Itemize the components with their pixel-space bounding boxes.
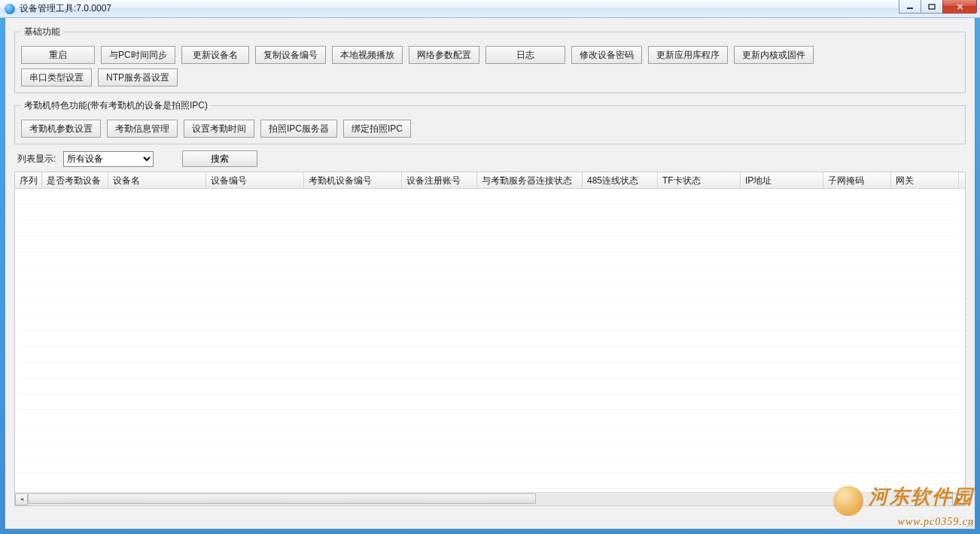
col-ip-address[interactable]: IP地址 bbox=[741, 172, 823, 188]
attendance-row: 考勤机参数设置 考勤信息管理 设置考勤时间 拍照IPC服务器 绑定拍照IPC bbox=[21, 120, 959, 138]
update-kernel-firmware-button[interactable]: 更新内核或固件 bbox=[734, 46, 814, 64]
col-tf-card-status[interactable]: TF卡状态 bbox=[658, 172, 741, 188]
titlebar: 设备管理工具:7.0.0007 bbox=[0, 0, 980, 18]
minimize-icon bbox=[906, 4, 914, 10]
close-button[interactable] bbox=[942, 0, 977, 14]
window-title: 设备管理工具:7.0.0007 bbox=[20, 2, 111, 15]
basic-row-2: 串口类型设置 NTP服务器设置 bbox=[21, 68, 959, 86]
device-filter-select[interactable]: 所有设备 bbox=[63, 151, 154, 167]
col-485-status[interactable]: 485连线状态 bbox=[583, 172, 658, 188]
sync-pc-time-button[interactable]: 与PC时间同步 bbox=[101, 46, 175, 64]
set-attendance-time-button[interactable]: 设置考勤时间 bbox=[184, 120, 254, 138]
restart-button[interactable]: 重启 bbox=[21, 46, 95, 64]
close-icon bbox=[956, 3, 964, 11]
scroll-thumb[interactable] bbox=[28, 493, 536, 504]
scroll-left-arrow[interactable]: ◂ bbox=[15, 493, 28, 505]
horizontal-scrollbar[interactable]: ◂ ▸ bbox=[15, 492, 965, 505]
basic-functions-legend: 基础功能 bbox=[21, 26, 63, 38]
basic-functions-group: 基础功能 重启 与PC时间同步 更新设备名 复制设备编号 本地视频播放 网络参数… bbox=[14, 26, 966, 93]
device-grid: 序列 是否考勤设备 设备名 设备编号 考勤机设备编号 设备注册账号 与考勤服务器… bbox=[14, 171, 966, 506]
attendance-params-button[interactable]: 考勤机参数设置 bbox=[21, 120, 101, 138]
copy-device-id-button[interactable]: 复制设备编号 bbox=[255, 46, 326, 64]
local-video-play-button[interactable]: 本地视频播放 bbox=[332, 46, 403, 64]
search-button[interactable]: 搜索 bbox=[182, 150, 257, 167]
window-controls bbox=[899, 0, 977, 14]
serial-type-button[interactable]: 串口类型设置 bbox=[21, 68, 92, 86]
svg-rect-0 bbox=[907, 8, 913, 9]
col-is-attendance[interactable]: 是否考勤设备 bbox=[42, 172, 108, 188]
col-gateway[interactable]: 网关 bbox=[891, 172, 959, 188]
update-device-name-button[interactable]: 更新设备名 bbox=[181, 46, 249, 64]
maximize-button[interactable] bbox=[921, 0, 943, 14]
col-sequence[interactable]: 序列 bbox=[15, 172, 42, 188]
filter-row: 列表显示: 所有设备 搜索 bbox=[17, 150, 966, 167]
change-password-button[interactable]: 修改设备密码 bbox=[571, 46, 642, 64]
attendance-info-manage-button[interactable]: 考勤信息管理 bbox=[107, 120, 178, 138]
resize-grip[interactable] bbox=[964, 518, 973, 527]
ntp-server-button[interactable]: NTP服务器设置 bbox=[98, 68, 178, 86]
update-app-lib-button[interactable]: 更新应用库程序 bbox=[648, 46, 728, 64]
col-attendance-device-id[interactable]: 考勤机设备编号 bbox=[304, 172, 402, 188]
col-device-id[interactable]: 设备编号 bbox=[206, 172, 304, 188]
minimize-button[interactable] bbox=[899, 0, 921, 14]
scroll-right-arrow[interactable]: ▸ bbox=[952, 493, 965, 505]
app-icon bbox=[5, 4, 15, 14]
log-button[interactable]: 日志 bbox=[485, 46, 565, 64]
attendance-functions-group: 考勤机特色功能(带有考勤机的设备是拍照IPC) 考勤机参数设置 考勤信息管理 设… bbox=[14, 99, 966, 144]
network-params-button[interactable]: 网络参数配置 bbox=[409, 46, 479, 64]
col-subnet-mask[interactable]: 子网掩码 bbox=[823, 172, 891, 188]
col-server-conn-status[interactable]: 与考勤服务器连接状态 bbox=[477, 172, 583, 188]
list-display-label: 列表显示: bbox=[17, 153, 56, 165]
scroll-track[interactable] bbox=[28, 493, 952, 505]
maximize-icon bbox=[928, 4, 936, 10]
grid-header: 序列 是否考勤设备 设备名 设备编号 考勤机设备编号 设备注册账号 与考勤服务器… bbox=[15, 172, 965, 189]
col-device-name[interactable]: 设备名 bbox=[108, 172, 206, 188]
basic-row-1: 重启 与PC时间同步 更新设备名 复制设备编号 本地视频播放 网络参数配置 日志… bbox=[21, 46, 959, 64]
client-area: 基础功能 重启 与PC时间同步 更新设备名 复制设备编号 本地视频播放 网络参数… bbox=[5, 18, 975, 529]
attendance-functions-legend: 考勤机特色功能(带有考勤机的设备是拍照IPC) bbox=[21, 99, 211, 112]
svg-rect-1 bbox=[929, 5, 935, 9]
photo-ipc-server-button[interactable]: 拍照IPC服务器 bbox=[260, 120, 337, 138]
bind-photo-ipc-button[interactable]: 绑定拍照IPC bbox=[343, 120, 411, 138]
col-register-account[interactable]: 设备注册账号 bbox=[402, 172, 477, 188]
grid-body[interactable] bbox=[15, 189, 965, 491]
